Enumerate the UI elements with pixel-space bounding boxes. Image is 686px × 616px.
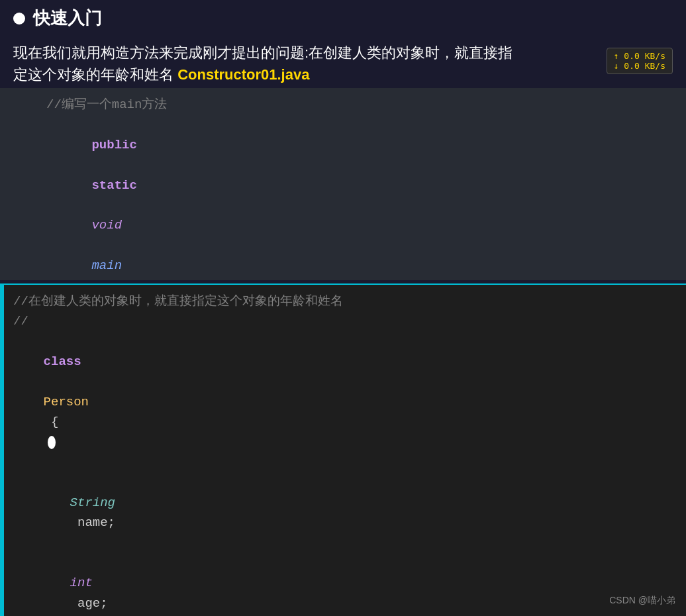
code-area-bottom: //在创建人类的对象时，就直接指定这个对象的年龄和姓名 // class Per… bbox=[0, 285, 686, 616]
kw-class: class bbox=[44, 354, 81, 369]
method-main: main bbox=[91, 258, 122, 273]
network-tooltip: ↑ 0.0 KB/s ↓ 0.0 KB/s bbox=[607, 48, 673, 74]
highlight-filename: Constructor01.java bbox=[177, 66, 309, 83]
kw-int: int bbox=[70, 576, 93, 590]
class-person-name: Person bbox=[44, 395, 89, 409]
kw-void: void bbox=[91, 218, 122, 232]
net-download: ↓ 0.0 KB/s bbox=[614, 61, 665, 71]
bullet-title: 快速入门 bbox=[33, 7, 102, 30]
bottom-comment2: // bbox=[13, 311, 673, 331]
top-section: 快速入门 现在我们就用构造方法来完成刚才提出的问题:在创建人类的对象时，就直接指… bbox=[0, 0, 686, 285]
text-cursor bbox=[48, 436, 56, 449]
class-declaration: class Person { bbox=[13, 332, 673, 473]
field-age: int age; bbox=[13, 553, 673, 616]
string-type-field: String bbox=[70, 495, 115, 510]
net-upload: ↑ 0.0 KB/s bbox=[614, 51, 665, 61]
code-comment1: //编写一个main方法 bbox=[20, 95, 666, 115]
code-area-top: //编写一个main方法 public static void main ( S… bbox=[0, 88, 686, 280]
field-name: String name; bbox=[13, 473, 673, 554]
description: 现在我们就用构造方法来完成刚才提出的问题:在创建人类的对象时，就直接指 定这个对… bbox=[0, 36, 686, 88]
code-line-main: public static void main ( String [] args… bbox=[20, 115, 666, 280]
desc-line1: 现在我们就用构造方法来完成刚才提出的问题:在创建人类的对象时，就直接指 bbox=[13, 44, 513, 61]
left-accent bbox=[0, 285, 4, 616]
kw-static: static bbox=[91, 178, 136, 193]
desc-line2: 定这个对象的年龄和姓名 bbox=[13, 66, 173, 83]
kw-public: public bbox=[91, 138, 136, 152]
watermark: CSDN @喵小弟 bbox=[609, 595, 675, 607]
bottom-comment1: //在创建人类的对象时，就直接指定这个对象的年龄和姓名 bbox=[13, 291, 673, 311]
bullet-dot bbox=[13, 13, 25, 25]
bullet-header: 快速入门 bbox=[0, 0, 686, 36]
